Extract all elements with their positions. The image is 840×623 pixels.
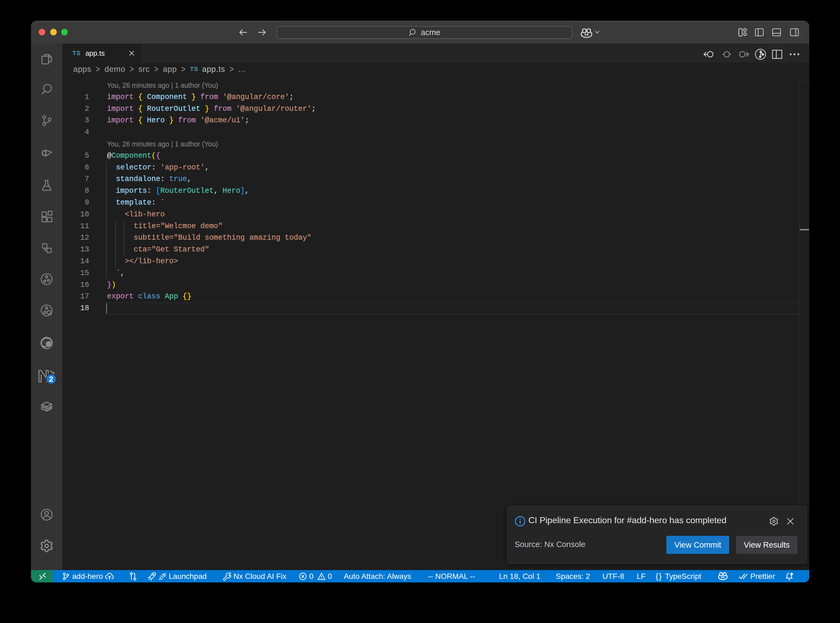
svg-text:2: 2 bbox=[49, 375, 54, 384]
